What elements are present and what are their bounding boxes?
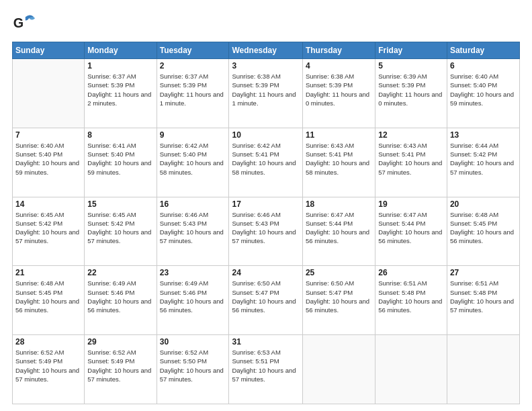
day-number: 14 <box>15 199 81 209</box>
day-info: Sunrise: 6:51 AM Sunset: 5:48 PM Dayligh… <box>378 279 444 314</box>
calendar-header-row: SundayMondayTuesdayWednesdayThursdayFrid… <box>13 42 520 59</box>
day-number: 22 <box>87 268 153 277</box>
header: G <box>12 12 520 36</box>
calendar-week-3: 14Sunrise: 6:45 AM Sunset: 5:42 PM Dayli… <box>13 197 520 266</box>
day-number: 30 <box>160 337 226 347</box>
day-info: Sunrise: 6:38 AM Sunset: 5:39 PM Dayligh… <box>306 72 372 107</box>
calendar-week-1: 1Sunrise: 6:37 AM Sunset: 5:39 PM Daylig… <box>13 59 520 128</box>
calendar-cell: 7Sunrise: 6:40 AM Sunset: 5:40 PM Daylig… <box>13 128 85 197</box>
calendar-cell: 12Sunrise: 6:43 AM Sunset: 5:41 PM Dayli… <box>375 128 447 197</box>
logo-icon: G <box>12 12 36 36</box>
day-info: Sunrise: 6:45 AM Sunset: 5:42 PM Dayligh… <box>87 210 153 246</box>
calendar-cell: 16Sunrise: 6:46 AM Sunset: 5:43 PM Dayli… <box>157 197 229 266</box>
day-number: 23 <box>160 268 226 277</box>
day-number: 7 <box>15 130 81 140</box>
day-number: 11 <box>306 130 372 140</box>
calendar-cell: 18Sunrise: 6:47 AM Sunset: 5:44 PM Dayli… <box>302 197 375 266</box>
calendar-header-monday: Monday <box>85 42 157 59</box>
calendar-cell: 27Sunrise: 6:51 AM Sunset: 5:48 PM Dayli… <box>447 266 519 335</box>
calendar-table: SundayMondayTuesdayWednesdayThursdayFrid… <box>12 42 520 404</box>
calendar-header-tuesday: Tuesday <box>157 42 229 59</box>
calendar-week-2: 7Sunrise: 6:40 AM Sunset: 5:40 PM Daylig… <box>13 128 520 197</box>
day-info: Sunrise: 6:52 AM Sunset: 5:49 PM Dayligh… <box>15 348 81 383</box>
day-info: Sunrise: 6:43 AM Sunset: 5:41 PM Dayligh… <box>306 141 372 177</box>
day-number: 26 <box>378 268 444 277</box>
day-number: 28 <box>15 337 81 347</box>
calendar-cell: 31Sunrise: 6:53 AM Sunset: 5:51 PM Dayli… <box>229 335 302 404</box>
day-number: 5 <box>378 61 444 71</box>
day-info: Sunrise: 6:39 AM Sunset: 5:39 PM Dayligh… <box>378 72 444 107</box>
day-number: 4 <box>306 61 372 71</box>
day-number: 17 <box>232 199 299 209</box>
day-info: Sunrise: 6:37 AM Sunset: 5:39 PM Dayligh… <box>160 72 226 107</box>
day-number: 20 <box>450 199 517 209</box>
calendar-cell: 9Sunrise: 6:42 AM Sunset: 5:40 PM Daylig… <box>157 128 229 197</box>
day-info: Sunrise: 6:46 AM Sunset: 5:43 PM Dayligh… <box>232 210 299 246</box>
calendar-header-thursday: Thursday <box>302 42 375 59</box>
calendar-cell: 3Sunrise: 6:38 AM Sunset: 5:39 PM Daylig… <box>229 59 302 128</box>
day-info: Sunrise: 6:49 AM Sunset: 5:46 PM Dayligh… <box>160 279 226 314</box>
calendar-cell: 11Sunrise: 6:43 AM Sunset: 5:41 PM Dayli… <box>302 128 375 197</box>
calendar-header-saturday: Saturday <box>447 42 519 59</box>
calendar-cell: 25Sunrise: 6:50 AM Sunset: 5:47 PM Dayli… <box>302 266 375 335</box>
calendar-cell: 6Sunrise: 6:40 AM Sunset: 5:40 PM Daylig… <box>447 59 519 128</box>
day-info: Sunrise: 6:53 AM Sunset: 5:51 PM Dayligh… <box>232 348 299 383</box>
calendar-header-sunday: Sunday <box>13 42 85 59</box>
calendar-cell <box>13 59 85 128</box>
day-number: 15 <box>87 199 153 209</box>
day-number: 13 <box>450 130 517 140</box>
logo: G <box>12 12 38 36</box>
calendar-cell: 1Sunrise: 6:37 AM Sunset: 5:39 PM Daylig… <box>85 59 157 128</box>
day-number: 1 <box>87 61 153 71</box>
calendar-cell <box>375 335 447 404</box>
day-info: Sunrise: 6:50 AM Sunset: 5:47 PM Dayligh… <box>306 279 372 314</box>
calendar-week-4: 21Sunrise: 6:48 AM Sunset: 5:45 PM Dayli… <box>13 266 520 335</box>
day-number: 2 <box>160 61 226 71</box>
day-number: 6 <box>450 61 517 71</box>
day-number: 8 <box>87 130 153 140</box>
day-number: 24 <box>232 268 299 277</box>
calendar-cell: 5Sunrise: 6:39 AM Sunset: 5:39 PM Daylig… <box>375 59 447 128</box>
calendar-header-wednesday: Wednesday <box>229 42 302 59</box>
svg-text:G: G <box>13 15 24 30</box>
calendar-cell: 14Sunrise: 6:45 AM Sunset: 5:42 PM Dayli… <box>13 197 85 266</box>
calendar-cell: 2Sunrise: 6:37 AM Sunset: 5:39 PM Daylig… <box>157 59 229 128</box>
calendar-cell: 10Sunrise: 6:42 AM Sunset: 5:41 PM Dayli… <box>229 128 302 197</box>
day-number: 9 <box>160 130 226 140</box>
day-number: 3 <box>232 61 299 71</box>
calendar-cell: 24Sunrise: 6:50 AM Sunset: 5:47 PM Dayli… <box>229 266 302 335</box>
day-number: 12 <box>378 130 444 140</box>
calendar-cell: 22Sunrise: 6:49 AM Sunset: 5:46 PM Dayli… <box>85 266 157 335</box>
calendar-cell: 19Sunrise: 6:47 AM Sunset: 5:44 PM Dayli… <box>375 197 447 266</box>
day-number: 27 <box>450 268 517 277</box>
day-info: Sunrise: 6:50 AM Sunset: 5:47 PM Dayligh… <box>232 279 299 314</box>
calendar-cell: 4Sunrise: 6:38 AM Sunset: 5:39 PM Daylig… <box>302 59 375 128</box>
calendar-cell: 28Sunrise: 6:52 AM Sunset: 5:49 PM Dayli… <box>13 335 85 404</box>
day-number: 16 <box>160 199 226 209</box>
calendar-header-friday: Friday <box>375 42 447 59</box>
calendar-cell: 30Sunrise: 6:52 AM Sunset: 5:50 PM Dayli… <box>157 335 229 404</box>
day-number: 31 <box>232 337 299 347</box>
day-number: 29 <box>87 337 153 347</box>
day-info: Sunrise: 6:48 AM Sunset: 5:45 PM Dayligh… <box>450 210 517 246</box>
day-info: Sunrise: 6:40 AM Sunset: 5:40 PM Dayligh… <box>15 141 81 177</box>
day-number: 10 <box>232 130 299 140</box>
day-info: Sunrise: 6:42 AM Sunset: 5:41 PM Dayligh… <box>232 141 299 177</box>
day-number: 25 <box>306 268 372 277</box>
calendar-cell: 13Sunrise: 6:44 AM Sunset: 5:42 PM Dayli… <box>447 128 519 197</box>
calendar-cell <box>447 335 519 404</box>
calendar-cell <box>302 335 375 404</box>
day-info: Sunrise: 6:41 AM Sunset: 5:40 PM Dayligh… <box>87 141 153 177</box>
day-info: Sunrise: 6:52 AM Sunset: 5:49 PM Dayligh… <box>87 348 153 383</box>
calendar-cell: 15Sunrise: 6:45 AM Sunset: 5:42 PM Dayli… <box>85 197 157 266</box>
day-info: Sunrise: 6:46 AM Sunset: 5:43 PM Dayligh… <box>160 210 226 246</box>
day-info: Sunrise: 6:44 AM Sunset: 5:42 PM Dayligh… <box>450 141 517 177</box>
calendar-cell: 29Sunrise: 6:52 AM Sunset: 5:49 PM Dayli… <box>85 335 157 404</box>
calendar-cell: 8Sunrise: 6:41 AM Sunset: 5:40 PM Daylig… <box>85 128 157 197</box>
day-number: 21 <box>15 268 81 277</box>
calendar-cell: 17Sunrise: 6:46 AM Sunset: 5:43 PM Dayli… <box>229 197 302 266</box>
day-info: Sunrise: 6:43 AM Sunset: 5:41 PM Dayligh… <box>378 141 444 177</box>
day-info: Sunrise: 6:47 AM Sunset: 5:44 PM Dayligh… <box>306 210 372 246</box>
day-info: Sunrise: 6:42 AM Sunset: 5:40 PM Dayligh… <box>160 141 226 177</box>
calendar-cell: 20Sunrise: 6:48 AM Sunset: 5:45 PM Dayli… <box>447 197 519 266</box>
